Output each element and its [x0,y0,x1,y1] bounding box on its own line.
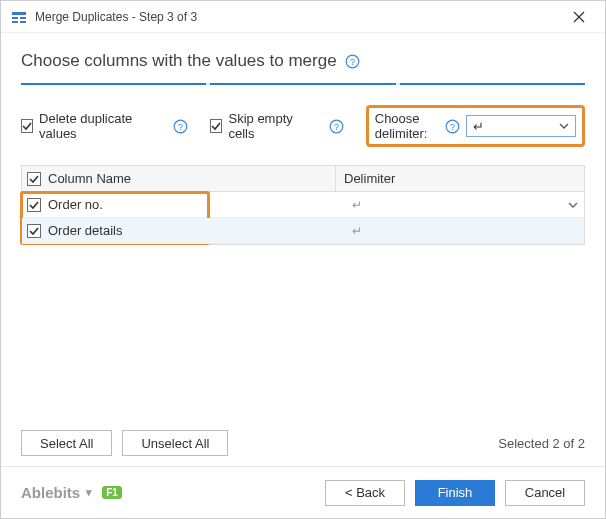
svg-rect-1 [12,17,18,19]
checkbox-icon [21,119,33,133]
row-delimiter-dropdown[interactable] [562,200,584,210]
row-delimiter: ↵ [344,198,562,212]
titlebar: Merge Duplicates - Step 3 of 3 [1,1,605,33]
svg-rect-3 [12,21,18,23]
help-icon[interactable]: ? [345,54,360,69]
chevron-down-icon [559,119,569,134]
content-area: Choose columns with the values to merge … [1,33,605,466]
select-all-button[interactable]: Select All [21,430,112,456]
row-delimiter: ↵ [344,224,562,238]
svg-rect-2 [20,17,26,19]
brand-name: Ablebits [21,484,80,501]
page-heading: Choose columns with the values to merge … [21,51,585,71]
f1-help-badge[interactable]: F1 [102,486,122,499]
chevron-down-icon: ▾ [86,486,92,499]
row-name: Order no. [46,192,336,217]
finish-button[interactable]: Finish [415,480,495,506]
back-button[interactable]: < Back [325,480,405,506]
chevron-down-icon [568,200,578,210]
row-name: Order details [46,218,336,243]
table-row[interactable]: Order no. ↵ [22,192,584,218]
close-icon [573,11,585,23]
help-icon[interactable]: ? [329,119,344,134]
brand-link[interactable]: Ablebits ▾ [21,484,92,501]
selection-controls: Select All Unselect All Selected 2 of 2 [21,430,585,456]
options-row: Delete duplicate values ? Skip empty cel… [21,105,585,147]
row-checkbox[interactable] [27,198,41,212]
choose-delimiter-group: Choose delimiter: ? ↵ [366,105,585,147]
header-delimiter[interactable]: Delimiter [336,166,584,191]
close-button[interactable] [563,1,595,33]
delimiter-value: ↵ [473,119,484,134]
unselect-all-button[interactable]: Unselect All [122,430,228,456]
selected-count: Selected 2 of 2 [498,436,585,451]
svg-text:?: ? [350,57,355,67]
step-progress [21,83,585,85]
table-row[interactable]: Order details ↵ [22,218,584,244]
help-icon[interactable]: ? [445,119,460,134]
select-all-rows-checkbox[interactable] [27,172,41,186]
table-header: Column Name Delimiter [22,166,584,192]
help-icon[interactable]: ? [173,119,188,134]
header-column-name[interactable]: Column Name [46,166,336,191]
svg-text:?: ? [178,122,183,132]
skip-empty-label: Skip empty cells [228,111,306,141]
window-title: Merge Duplicates - Step 3 of 3 [35,10,563,24]
row-checkbox[interactable] [27,224,41,238]
delete-duplicates-checkbox[interactable]: Delete duplicate values [21,111,151,141]
columns-table: Column Name Delimiter Order no. ↵ [21,165,585,245]
choose-delimiter-label: Choose delimiter: [375,111,439,141]
svg-text:?: ? [450,122,455,132]
svg-text:?: ? [334,122,339,132]
app-icon [11,9,27,25]
heading-text: Choose columns with the values to merge [21,51,337,71]
footer: Ablebits ▾ F1 < Back Finish Cancel [1,466,605,518]
svg-rect-0 [12,12,26,15]
dialog-window: Merge Duplicates - Step 3 of 3 Choose co… [0,0,606,519]
checkbox-icon [210,119,222,133]
skip-empty-checkbox[interactable]: Skip empty cells [210,111,306,141]
svg-rect-4 [20,21,26,23]
delimiter-select[interactable]: ↵ [466,115,576,137]
delete-duplicates-label: Delete duplicate values [39,111,151,141]
cancel-button[interactable]: Cancel [505,480,585,506]
